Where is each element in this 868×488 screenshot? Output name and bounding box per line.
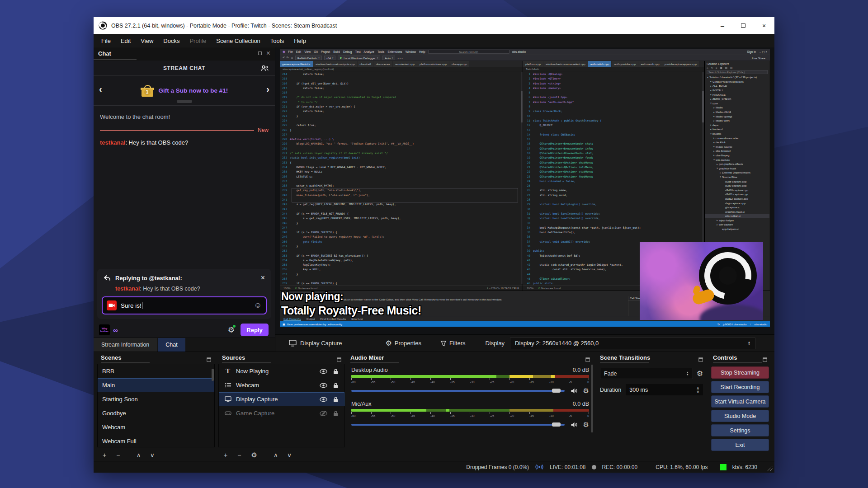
- dock-icon[interactable]: [698, 356, 703, 360]
- filters-button[interactable]: Filters: [440, 340, 465, 347]
- source-item-webcam[interactable]: Webcam: [219, 378, 344, 392]
- banner-next-icon[interactable]: ›: [266, 84, 269, 94]
- transition-settings-gear-icon[interactable]: ⚙: [697, 369, 703, 378]
- close-button[interactable]: ×: [754, 17, 774, 34]
- menu-tools[interactable]: Tools: [265, 38, 289, 44]
- studio-mode-button[interactable]: Studio Mode: [711, 410, 769, 422]
- tree-item-cmakepredefinedtargets: ▸CMakePredefinedTargets: [705, 80, 769, 84]
- scene-item-webcam-full[interactable]: Webcam Full: [98, 434, 214, 447]
- speaker-icon[interactable]: [570, 422, 578, 428]
- tree-item-gl-capture-c: gl-capture.c: [705, 205, 769, 210]
- lock-icon[interactable]: [332, 382, 340, 389]
- source-item-game-capture[interactable]: Game Capture: [219, 406, 344, 420]
- settings-button[interactable]: Settings: [711, 424, 769, 436]
- tab-stream-information[interactable]: Stream Information: [94, 338, 157, 352]
- speaker-icon[interactable]: [570, 388, 578, 394]
- popout-icon[interactable]: [258, 52, 262, 55]
- move-source-down-button[interactable]: ∨: [287, 451, 292, 459]
- menu-file[interactable]: File: [96, 38, 116, 44]
- dock-icon[interactable]: [207, 356, 211, 360]
- emote-picker-icon[interactable]: ☺: [254, 301, 262, 310]
- tree-item-external-dependencies: ▸External Dependencies: [705, 170, 769, 175]
- properties-button[interactable]: ⚙ Properties: [386, 339, 422, 347]
- lock-icon[interactable]: [332, 396, 340, 403]
- new-messages-divider: New: [100, 127, 269, 133]
- dock-icon[interactable]: [585, 356, 590, 360]
- scene-transitions-panel: Scene Transitions Fade ▲▼ ⚙ Duration 300…: [596, 352, 707, 461]
- stop-streaming-button[interactable]: Stop Streaming: [711, 366, 769, 379]
- scene-item-main[interactable]: Main: [98, 378, 214, 392]
- reply-close-icon[interactable]: ×: [259, 274, 267, 282]
- reply-send-button[interactable]: Reply: [241, 324, 269, 336]
- chat-message-input[interactable]: Sure is! ☺: [102, 296, 267, 314]
- move-source-up-button[interactable]: ∧: [274, 451, 278, 459]
- dock-icon[interactable]: [763, 356, 767, 360]
- chat-settings-gear-icon[interactable]: ⚙: [228, 325, 235, 335]
- preview-area[interactable]: ◆ FileEditViewGitProjectBuildDebugTestAn…: [275, 47, 774, 352]
- channel-gear-icon[interactable]: ⚙: [583, 387, 589, 395]
- display-label: Display: [485, 340, 505, 347]
- dock-close-icon[interactable]: ×: [266, 49, 270, 57]
- scenes-scrollbar[interactable]: [212, 369, 214, 381]
- menu-view[interactable]: View: [136, 38, 158, 44]
- chat-dock-titlebar[interactable]: Chat ×: [94, 47, 275, 59]
- display-select[interactable]: Display 2: 2560x1440 @ 2560,0 ▲▼: [510, 338, 755, 349]
- eye-icon[interactable]: [320, 368, 327, 375]
- menu-docks[interactable]: Docks: [158, 38, 184, 44]
- mascot-silhouette: [700, 305, 763, 320]
- tree-item-package: ▸PACKAGE: [705, 92, 769, 97]
- start-recording-button[interactable]: Start Recording: [711, 381, 769, 393]
- tab-chat[interactable]: Chat: [158, 338, 185, 352]
- menu-profile[interactable]: Profile: [184, 38, 211, 44]
- dock-icon[interactable]: [337, 356, 341, 360]
- add-source-button[interactable]: +: [224, 451, 227, 459]
- volume-slider[interactable]: [351, 390, 565, 392]
- move-scene-up-button[interactable]: ∧: [136, 451, 141, 459]
- scene-item-webcam[interactable]: Webcam: [98, 420, 214, 434]
- volume-slider-handle[interactable]: [552, 422, 561, 427]
- duration-down-icon[interactable]: ∨: [696, 390, 699, 394]
- maximize-button[interactable]: [733, 17, 754, 34]
- move-scene-down-button[interactable]: ∨: [150, 451, 155, 459]
- lock-icon[interactable]: [332, 368, 340, 375]
- menu-scene-collection[interactable]: Scene Collection: [211, 38, 265, 44]
- exit-button[interactable]: Exit: [711, 439, 769, 451]
- channel-gear-icon[interactable]: ⚙: [583, 421, 589, 429]
- titlebar[interactable]: OBS 27.2.1 (64-bit, windows) - Portable …: [94, 17, 774, 34]
- remove-source-button[interactable]: −: [237, 451, 241, 459]
- remove-scene-button[interactable]: −: [116, 451, 120, 459]
- gift-sub-banner[interactable]: ‹ 1 Gift a Sub now to be #1! ›: [94, 76, 275, 106]
- menu-help[interactable]: Help: [289, 38, 311, 44]
- resize-grip[interactable]: [766, 465, 773, 471]
- eye-icon[interactable]: [320, 396, 327, 403]
- tree-item-plugins: ▾plugins: [705, 131, 769, 136]
- add-scene-button[interactable]: +: [103, 451, 106, 459]
- tree-item-win-capture: ▸win-capture: [705, 222, 769, 227]
- eye-icon[interactable]: [320, 382, 327, 389]
- source-item-now-playing[interactable]: TNow Playing: [219, 364, 344, 378]
- scene-item-goodbye[interactable]: Goodbye: [98, 406, 214, 420]
- duration-spinner[interactable]: 300 ms ∧∨: [626, 384, 703, 395]
- viewers-icon[interactable]: [261, 65, 269, 71]
- text-caret: [142, 302, 142, 309]
- obs-window: OBS 27.2.1 (64-bit, windows) - Portable …: [94, 17, 774, 473]
- transition-select[interactable]: Fade ▲▼: [600, 368, 693, 379]
- channel-badge[interactable]: Whybother: [99, 324, 110, 335]
- start-virtual-camera-button[interactable]: Start Virtual Camera: [711, 395, 769, 408]
- vs-paneltab-find-symbol-results: Find Symbol Results: [318, 317, 348, 320]
- tree-item-gra-phics-hook: ▾gra​phics-hook: [705, 166, 769, 170]
- eye-slash-icon[interactable]: [320, 410, 327, 417]
- source-properties-button[interactable]: ⚙: [251, 451, 257, 459]
- volume-slider-handle[interactable]: [552, 389, 561, 393]
- dock-drag-handle[interactable]: [94, 59, 137, 60]
- scene-item-brb[interactable]: BRB: [98, 364, 214, 378]
- scene-item-starting-soon[interactable]: Starting Soon: [98, 392, 214, 406]
- source-item-display-capture[interactable]: Display Capture: [219, 392, 344, 406]
- lock-icon[interactable]: [332, 410, 340, 417]
- volume-slider[interactable]: [351, 424, 565, 426]
- banner-prev-icon[interactable]: ‹: [99, 84, 102, 94]
- minimize-button[interactable]: –: [712, 17, 733, 34]
- channel-points-value[interactable]: ∞: [113, 326, 118, 334]
- menu-edit[interactable]: Edit: [116, 38, 136, 44]
- mixer-scrollbar[interactable]: [591, 365, 593, 432]
